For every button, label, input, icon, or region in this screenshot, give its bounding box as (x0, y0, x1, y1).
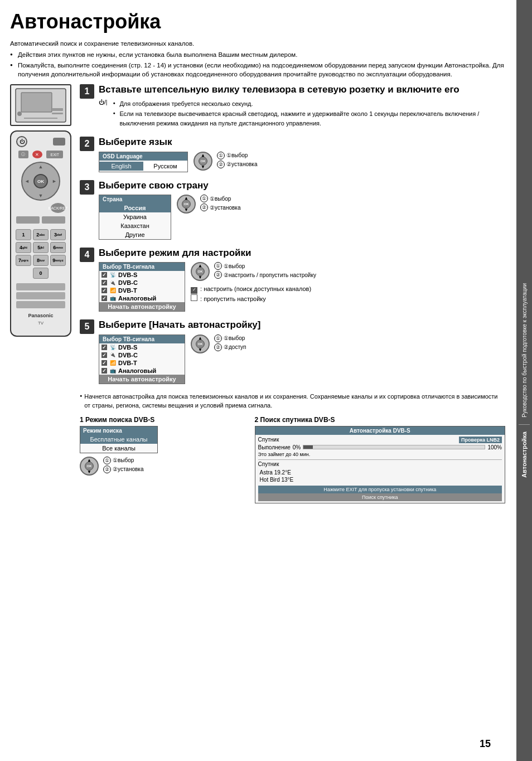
step-5-label2: ② ②доступ (214, 343, 246, 351)
section2-box: 2 Поиск спутника DVB-S Автонастройка DVB… (255, 416, 505, 503)
section2-satellite-list: Astra 19.2°E Hot Bird 13°E (258, 469, 502, 483)
section2-progress-end: 100% (487, 444, 502, 450)
step-3-label1: ① ①выбор (200, 195, 240, 202)
section1-label2: ② ②установка (103, 466, 143, 473)
section1-nav-icon: ▲ OK ▼ (80, 457, 99, 476)
svg-rect-4 (52, 113, 63, 114)
step-5-mode-dvbs: ✓ 📡 DVB-S (99, 343, 185, 351)
step-5-label1: ① ①выбор (214, 335, 246, 342)
step-3-country-box: Страна Россия Украина Казахстан Другие (99, 195, 171, 240)
svg-point-2 (17, 112, 22, 116)
section2-satellite-label: Спутник (258, 437, 279, 443)
section2-satellite-label2: Спутник (258, 461, 502, 467)
step-4-mode-dvbt: ✓ 📶 DVB-T (99, 287, 185, 294)
step-3-title: Выберите свою страну (99, 180, 505, 191)
step-3-country-header: Страна (99, 195, 171, 203)
section1-header: Режим поиска (80, 426, 157, 435)
section2-progress-label: Выполнение (258, 444, 291, 450)
auto-tune-box: Автонастройка DVB-S Спутник Проверка LNB… (255, 426, 505, 503)
tv-illustration (10, 84, 71, 126)
step-5-mode-box: Выбор ТВ-сигнала ✓ 📡 DVB-S ✓ 🔌 (99, 335, 185, 384)
step-4-mode-dvbc: ✓ 🔌 DVB-C (99, 279, 185, 287)
step-4-mode-dvbs: ✓ 📡 DVB-S (99, 271, 185, 279)
section1-option2: Все каналы (80, 444, 157, 453)
remote-illustration: ⏻ ⓘ ✕ EXIT ▲ ◄ OK ► ▼ (10, 130, 71, 337)
step-5-number: 5 (80, 319, 94, 334)
step-4-mode-box: Выбор ТВ-сигнала ✓ 📡 DVB-S ✓ 🔌 (99, 262, 185, 312)
page-number: 15 (480, 738, 491, 750)
step-4-start-btn: Начать автонастройку (99, 302, 185, 311)
step-5-title: Выберите [Начать автонастройку] (99, 319, 505, 331)
step-5-start-btn: Начать автонастройку (99, 375, 185, 384)
step-1-note1: Для отображения требуется несколько секу… (113, 99, 505, 109)
step-4-mode-analog: ✓ 📺 Аналоговый (99, 294, 185, 302)
right-sidebar: Руководство по быстрой подготовке к эксп… (516, 0, 532, 761)
remote-model-label: TV (38, 321, 43, 326)
section1-box: 1 Режим поиска DVB-S Режим поиска Беспла… (80, 416, 247, 503)
remote-nav-circle: ▲ ◄ OK ► ▼ (21, 162, 60, 201)
step-3-number: 3 (80, 180, 94, 195)
step-2-title: Выберите язык (99, 137, 505, 148)
sidebar-bottom-text: Автонастройка (519, 427, 529, 482)
step-5-block: 5 Выберите [Начать автонастройку] Выбор … (80, 319, 505, 384)
step-1-note2: Если на телевизоре высвечивается красный… (113, 109, 505, 128)
intro-line1: Автоматический поиск и сохранение телеви… (10, 39, 505, 48)
remote-power-icon: ⏻ (16, 136, 27, 147)
remote-brand-label: Panasonic (28, 313, 53, 318)
step-1-title: Вставьте штепсельную вилку телевизора в … (99, 84, 505, 95)
step-4-legend-checked: ✓ : настроить (поиск доступных каналов) (191, 284, 316, 294)
step-2-number: 2 (80, 137, 94, 151)
step-4-legend-empty: : пропустить настройку (191, 294, 316, 304)
bottom-note: Начнется автонастройка для поиска телеви… (80, 392, 505, 410)
section1-label1: ① ①выбор (103, 457, 143, 464)
step-2-label2: ② ②установка (217, 161, 257, 168)
section2-title: 2 Поиск спутника DVB-S (255, 416, 505, 424)
step-2-osd-box: OSD Language English Русском (99, 152, 188, 172)
section2-satellite-2: Hot Bird 13°E (258, 476, 502, 483)
sidebar-top-text: Руководство по быстрой подготовке к эксп… (520, 279, 529, 422)
step-2-label1: ① ①выбор (217, 152, 257, 159)
step-4-nav-icon: ▲ OK ▼ (191, 262, 210, 281)
bottom-section: 1 Режим поиска DVB-S Режим поиска Беспла… (80, 416, 505, 503)
section2-progress-bar (303, 445, 485, 449)
step-2-block: 2 Выберите язык OSD Language English Рус… (80, 137, 505, 172)
step-3-block: 3 Выберите свою страну Страна Россия Укр… (80, 180, 505, 240)
step-4-block: 4 Выберите режим для настройки Выбор ТВ-… (80, 248, 505, 312)
intro-bullet1: Действия этих пунктов не нужны, если уст… (10, 50, 505, 59)
sidebar-divider (519, 424, 530, 425)
remote-numpad: 1 2abc 3def 4ghi 5jkl 6mno 7pqrs 8tuv 9w… (16, 229, 66, 279)
section2-progress-pct: 0% (293, 444, 301, 450)
section2-time-note: Это займет до 40 мин. (258, 452, 502, 457)
step-2-osd-option2: Русском (143, 162, 187, 171)
step-5-mode-header: Выбор ТВ-сигнала (99, 335, 185, 343)
step-5-mode-dvbt: ✓ 📶 DVB-T (99, 359, 185, 367)
step-5-mode-dvbc: ✓ 🔌 DVB-C (99, 351, 185, 359)
step-5-mode-analog: ✓ 📺 Аналоговый (99, 367, 185, 375)
section2-search-label: Поиск спутника (258, 493, 502, 501)
intro-bullet2: Пожалуйста, выполните соединения (стр. 1… (10, 61, 505, 79)
section1-scan-box: Режим поиска Бесплатные каналы Все канал… (80, 426, 158, 453)
section2-lnb-label: Проверка LNB2 (459, 437, 502, 443)
step-4-title: Выберите режим для настройки (99, 248, 505, 259)
page-title: Автонастройка (10, 10, 505, 33)
step-4-mode-header: Выбор ТВ-сигнала (99, 263, 185, 271)
step-4-number: 4 (80, 248, 94, 262)
auto-tune-header: Автонастройка DVB-S (255, 426, 505, 435)
step-2-osd-option1: English (99, 162, 143, 171)
section1-option1: Бесплатные каналы (80, 435, 157, 444)
step-2-nav-icon: ▲ OK ▼ (194, 152, 212, 171)
svg-rect-1 (21, 93, 52, 112)
step-1-number: 1 (80, 84, 94, 99)
section1-title: 1 Режим поиска DVB-S (80, 416, 247, 424)
step-3-label2: ② ②установка (200, 203, 240, 211)
step-2-osd-header: OSD Language (99, 152, 187, 161)
step-5-nav-icon: ▲ OK ▼ (191, 335, 210, 353)
step-4-label2: ② ②настроить / пропустить настройку (214, 271, 316, 279)
step-1-block: 1 Вставьте штепсельную вилку телевизора … (80, 84, 505, 129)
step-3-country-ukraine: Украина (99, 212, 171, 221)
svg-rect-3 (52, 108, 63, 111)
step-4-label1: ① ①выбор (214, 262, 316, 270)
step-3-country-other: Другие (99, 230, 171, 239)
step-3-nav-icon: ▲ OK ▼ (177, 195, 196, 214)
section2-exit-label: Нажмите EXIT для пропуска установки спут… (258, 486, 502, 493)
